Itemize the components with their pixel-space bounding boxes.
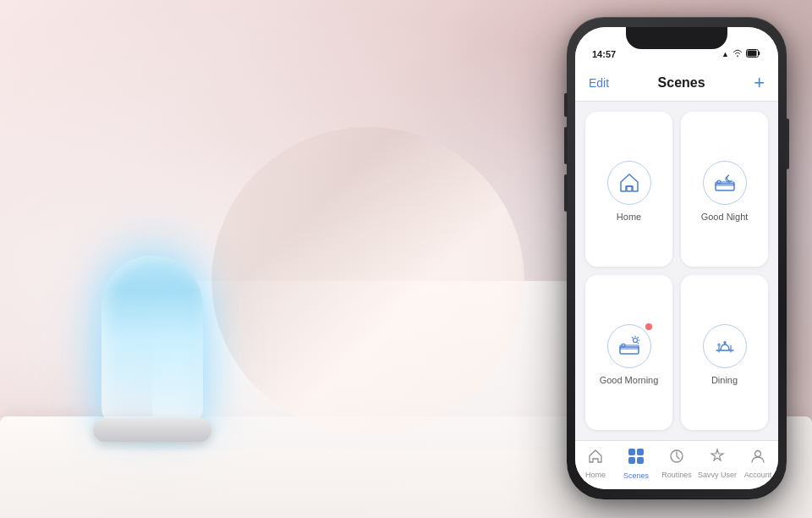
scene-icon-good-morning [607, 324, 651, 368]
volume-up-button [564, 127, 568, 164]
tab-savvy-icon [709, 448, 726, 469]
tab-routines-label: Routines [661, 471, 692, 479]
svg-line-14 [632, 337, 633, 338]
silent-switch [564, 93, 568, 117]
tab-scenes[interactable]: Scenes [616, 447, 656, 480]
svg-rect-20 [628, 449, 635, 455]
tab-home-icon [587, 448, 604, 469]
tab-savvy-user[interactable]: Savvy User [697, 448, 738, 479]
svg-rect-23 [637, 457, 644, 464]
scene-card-home[interactable]: Home [585, 112, 672, 267]
tab-home[interactable]: Home [575, 448, 616, 479]
tab-account[interactable]: Account [738, 448, 778, 479]
svg-point-25 [755, 451, 761, 457]
volume-down-button [564, 174, 568, 212]
add-scene-button[interactable]: + [754, 74, 765, 92]
svg-rect-21 [637, 449, 644, 455]
scene-card-good-night[interactable]: Good Night [681, 112, 768, 267]
svg-line-11 [638, 337, 639, 338]
svg-rect-22 [628, 457, 635, 464]
tab-savvy-label: Savvy User [698, 471, 737, 479]
tab-routines[interactable]: Routines [656, 448, 697, 479]
scene-card-good-morning[interactable]: Good Morning [585, 275, 672, 430]
battery-icon [746, 49, 761, 59]
phone-notch [626, 27, 727, 49]
scene-label-good-night: Good Night [701, 212, 749, 222]
svg-rect-3 [716, 184, 734, 190]
scene-label-dining: Dining [711, 375, 738, 385]
tab-bar: Home Scenes [575, 440, 778, 489]
scene-icon-good-night [703, 161, 747, 205]
lamp-base [93, 418, 211, 442]
scene-icon-home [607, 161, 651, 205]
svg-rect-2 [627, 186, 632, 191]
tab-routines-icon [668, 448, 685, 469]
phone: 14:57 ▲ [567, 17, 787, 499]
edit-button[interactable]: Edit [589, 76, 609, 90]
power-button [786, 118, 789, 169]
scene-label-good-morning: Good Morning [600, 375, 659, 385]
svg-rect-6 [620, 347, 639, 354]
scenes-grid: Home Good Night [575, 102, 778, 440]
scene-label-home: Home [617, 212, 641, 222]
lamp-body [102, 256, 203, 425]
tab-account-icon [749, 448, 766, 469]
status-icons: ▲ [721, 49, 761, 59]
notification-dot [645, 323, 652, 330]
signal-icon: ▲ [721, 50, 729, 58]
phone-frame: 14:57 ▲ [567, 17, 787, 499]
wifi-icon [732, 49, 743, 59]
page-title: Scenes [658, 75, 705, 91]
svg-line-13 [638, 343, 639, 344]
svg-point-9 [633, 338, 637, 342]
nav-header: Edit Scenes + [575, 64, 778, 102]
svg-rect-1 [748, 51, 757, 57]
tab-account-label: Account [744, 471, 772, 479]
status-time: 14:57 [592, 49, 616, 59]
person-silhouette [211, 127, 524, 433]
lamp [85, 230, 220, 450]
scene-card-dining[interactable]: Dining [681, 275, 768, 430]
tab-scenes-label: Scenes [623, 471, 649, 480]
scene-icon-dining [703, 324, 747, 368]
tab-scenes-icon [627, 447, 645, 470]
tab-home-label: Home [585, 471, 606, 479]
phone-screen: 14:57 ▲ [575, 27, 778, 489]
